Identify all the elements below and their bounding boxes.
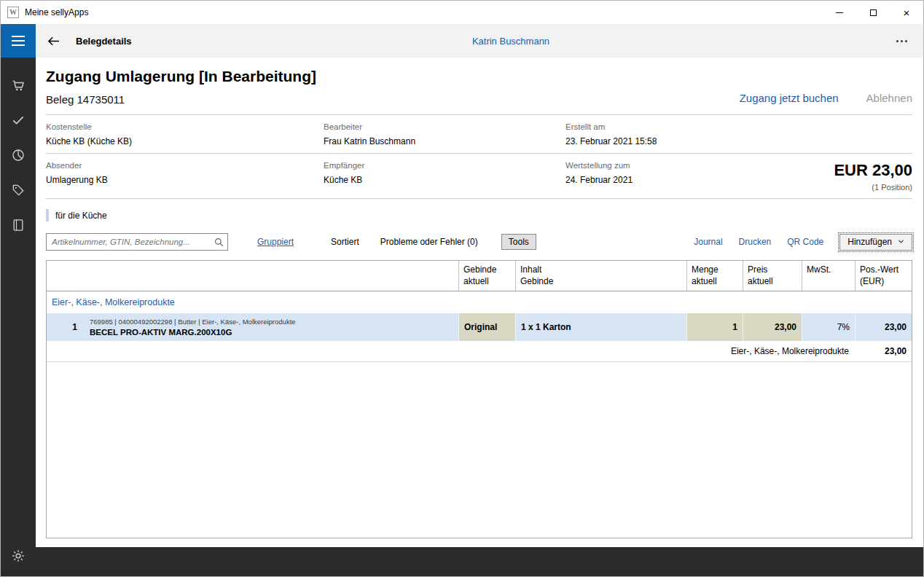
note-text: für die Küche <box>55 211 107 221</box>
col-header-article <box>85 261 458 291</box>
page-title: Belegdetails <box>76 36 132 47</box>
cart-icon <box>11 78 26 93</box>
col-header-poswert: Pos.-Wert (EUR) <box>855 261 912 291</box>
field-absender: Absender Umlagerung KB <box>46 161 324 192</box>
col-header-preis: Preis aktuell <box>743 261 802 291</box>
field-value: 23. Februar 2021 15:58 <box>565 136 912 146</box>
qr-code-link[interactable]: QR Code <box>787 237 823 247</box>
field-empfaenger: Empfänger Küche KB <box>324 161 565 192</box>
field-erstellt-am: Erstellt am 23. Februar 2021 15:58 <box>565 122 912 146</box>
add-item-label: Hinzufügen <box>847 237 892 247</box>
app-header: Belegdetails Katrin Buschmann <box>1 24 923 58</box>
items-table: Gebinde aktuell Inhalt Gebinde Menge akt… <box>46 260 912 538</box>
field-value: Küche KB (Küche KB) <box>46 136 324 146</box>
divider <box>46 198 912 199</box>
search-icon[interactable] <box>214 237 224 248</box>
sidebar-item-settings[interactable] <box>1 538 36 573</box>
summary-value: 23,00 <box>855 341 912 361</box>
back-button[interactable] <box>46 34 61 49</box>
print-link[interactable]: Drucken <box>739 237 772 247</box>
app-icon: W <box>7 7 19 18</box>
document-detail: Zugang Umlagerung [In Bearbeitung] Beleg… <box>36 58 923 547</box>
table-header-row: Gebinde aktuell Inhalt Gebinde Menge akt… <box>47 261 912 291</box>
note-row: für die Küche <box>46 209 912 221</box>
field-label: Kostenstelle <box>46 122 324 131</box>
cell-inhalt[interactable]: 1 x 1 Karton <box>515 313 686 341</box>
field-wertstellung: Wertstellung zum 24. Februar 2021 <box>565 161 834 192</box>
sidebar-item-statistics[interactable] <box>1 138 36 173</box>
cell-gebinde[interactable]: Original <box>458 313 515 341</box>
problems-link[interactable]: Probleme oder Fehler (0) <box>380 237 478 247</box>
chevron-down-icon <box>897 238 905 246</box>
document-number: Beleg 14735011 <box>46 93 740 106</box>
field-bearbeiter: Bearbeiter Frau Katrin Buschmann <box>324 122 565 146</box>
col-header-menge: Menge aktuell <box>686 261 743 291</box>
tag-icon <box>11 183 26 197</box>
cell-menge[interactable]: 1 <box>686 313 743 341</box>
note-accent-bar <box>46 209 49 221</box>
maximize-icon <box>870 9 877 16</box>
tools-button[interactable]: Tools <box>501 234 536 250</box>
ellipsis-icon <box>896 40 898 42</box>
items-toolbar: Gruppiert Sortiert Probleme oder Fehler … <box>46 233 912 251</box>
group-summary-row: Eier-, Käse-, Molkereiprodukte 23,00 <box>47 341 912 362</box>
field-value: Umlagerung KB <box>46 175 324 185</box>
field-value: Frau Katrin Buschmann <box>324 136 565 146</box>
close-icon: × <box>904 7 910 18</box>
summary-label: Eier-, Käse-, Molkereiprodukte <box>47 341 855 361</box>
group-header-row[interactable]: Eier-, Käse-, Molkereiprodukte <box>47 291 912 313</box>
field-label: Bearbeiter <box>324 122 565 131</box>
sidebar-item-tasks[interactable] <box>1 103 36 138</box>
sidebar-item-journal[interactable] <box>1 208 36 243</box>
group-label: Eier-, Käse-, Molkereiprodukte <box>47 297 912 307</box>
close-button[interactable]: × <box>890 1 923 24</box>
book-icon <box>11 218 26 232</box>
window-title: Meine sellyApps <box>25 7 88 17</box>
journal-link[interactable]: Journal <box>694 237 722 247</box>
bottom-bar <box>36 547 923 576</box>
article-meta: 769985 | 04000492002298 | Butter | Eier-… <box>90 318 296 326</box>
cell-preis[interactable]: 23,00 <box>743 313 802 341</box>
row-index: 1 <box>47 313 85 341</box>
minimize-button[interactable] <box>823 1 856 24</box>
total-positions: (1 Position) <box>834 183 912 192</box>
sidebar-item-cart[interactable] <box>1 68 36 103</box>
hamburger-menu-button[interactable] <box>1 24 36 58</box>
window-controls: × <box>823 1 923 24</box>
sorted-toggle[interactable]: Sortiert <box>331 237 359 247</box>
search-input[interactable] <box>52 238 214 246</box>
table-empty-area <box>47 362 912 538</box>
table-row[interactable]: 1 769985 | 04000492002298 | Butter | Eie… <box>47 313 912 341</box>
cell-mwst: 7% <box>802 313 855 341</box>
field-label: Erstellt am <box>565 122 912 131</box>
check-icon <box>11 113 26 127</box>
document-title: Zugang Umlagerung [In Bearbeitung] <box>46 68 740 85</box>
row-article: 769985 | 04000492002298 | Butter | Eier-… <box>85 313 458 341</box>
info-row-2: Absender Umlagerung KB Empfänger Küche K… <box>46 154 912 198</box>
sidebar <box>1 58 36 576</box>
field-value: 24. Februar 2021 <box>565 175 834 185</box>
col-header-index <box>47 261 85 291</box>
field-label: Wertstellung zum <box>565 161 834 170</box>
info-row-1: Kostenstelle Küche KB (Küche KB) Bearbei… <box>46 115 912 153</box>
back-arrow-icon <box>46 34 61 49</box>
more-options-button[interactable] <box>892 36 912 47</box>
window-titlebar: W Meine sellyApps × <box>1 1 923 24</box>
field-value: Küche KB <box>324 175 565 185</box>
add-item-button[interactable]: Hinzufügen <box>839 234 912 251</box>
app-window: W Meine sellyApps × Belegdetails Katrin … <box>0 0 924 577</box>
total-block: EUR 23,00 (1 Position) <box>834 161 912 192</box>
field-kostenstelle: Kostenstelle Küche KB (Küche KB) <box>46 122 324 146</box>
sidebar-item-prices[interactable] <box>1 173 36 208</box>
maximize-button[interactable] <box>856 1 890 24</box>
minimize-icon <box>836 12 843 13</box>
reject-button[interactable]: Ablehnen <box>866 92 912 104</box>
field-label: Absender <box>46 161 324 170</box>
pie-chart-icon <box>11 148 26 162</box>
grouped-toggle[interactable]: Gruppiert <box>257 237 294 247</box>
search-box <box>46 233 228 251</box>
book-receipt-button[interactable]: Zugang jetzt buchen <box>740 92 839 104</box>
col-header-gebinde: Gebinde aktuell <box>458 261 515 291</box>
user-name-link[interactable]: Katrin Buschmann <box>472 36 549 47</box>
gear-icon <box>11 549 26 563</box>
